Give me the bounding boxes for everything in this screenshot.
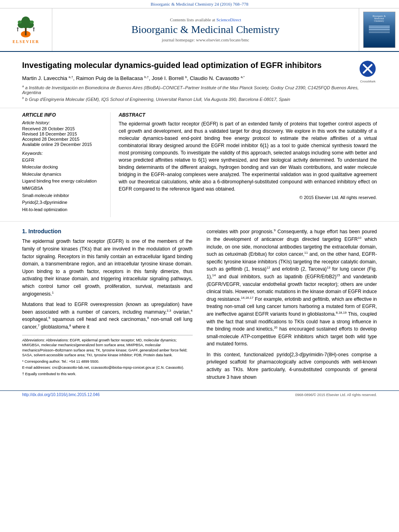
article-info-column: ARTICLE INFO Article history: Received 2…	[22, 112, 111, 218]
author-4: Claudio N. Cavasotto a,*	[190, 75, 245, 81]
keywords-label: Keywords:	[22, 151, 104, 156]
keyword-8: Hit-to-lead optimization	[22, 206, 104, 214]
accepted-date: Accepted 28 December 2015	[22, 137, 104, 142]
journal-header: ELSEVIER Contents lists available at Sci…	[0, 8, 399, 52]
svg-rect-11	[33, 29, 34, 31]
abstract-column: ABSTRACT The epidermal growth factor rec…	[119, 112, 377, 218]
keyword-4: Ligand binding free energy calculation	[22, 178, 104, 185]
keyword-7: Pyrido[2,3-d]pyrimidine	[22, 199, 104, 206]
journal-ref-bar: Bioorganic & Medicinal Chemistry 24 (201…	[0, 0, 399, 8]
intro-para-right-1: correlates with poor prognosis.9 Consequ…	[207, 228, 377, 348]
author-2: Raimon Puig de la Bellacasa b,†,	[76, 75, 152, 81]
footnotes: Abbreviations: Abbreviations: EGFR, epid…	[22, 335, 193, 377]
journal-cover-image: Bioorganic &MedicinalChemistry	[363, 12, 395, 48]
revised-date: Revised 18 December 2015	[22, 131, 104, 136]
svg-point-8	[17, 27, 19, 29]
introduction-left-column: 1. Introduction The epidermal growth fac…	[22, 228, 199, 384]
affiliation-b: b b Grup d'Enginyeria Molecular (GEM), I…	[22, 96, 377, 102]
svg-point-5	[22, 16, 30, 24]
article-info-abstract-section: ARTICLE INFO Article history: Received 2…	[0, 108, 399, 222]
introduction-title: 1. Introduction	[22, 228, 193, 234]
journal-header-logo: ELSEVIER	[0, 8, 52, 51]
crossmark-badge: CrossMark	[359, 60, 377, 83]
abstract-header: ABSTRACT	[119, 112, 377, 118]
article-info-header: ARTICLE INFO	[22, 112, 104, 118]
abstract-copyright: © 2015 Elsevier Ltd. All rights reserved…	[119, 195, 377, 200]
svg-point-10	[33, 27, 35, 29]
keyword-2: Molecular docking	[22, 164, 104, 171]
authors-line: Martin J. Lavecchia a,†, Raimon Puig de …	[22, 75, 377, 81]
available-date: Available online 29 December 2015	[22, 142, 104, 147]
affiliation-a: a a Instituto de Investigación en Biomed…	[22, 84, 377, 95]
author-1: Martin J. Lavecchia a,†,	[22, 75, 76, 81]
issn-copyright: 0968-0896/© 2015 Elsevier Ltd. All right…	[295, 393, 377, 397]
sciencedirect-link[interactable]: ScienceDirect	[216, 17, 241, 22]
journal-homepage: journal homepage: www.elsevier.com/locat…	[162, 37, 249, 42]
journal-main-title: Bioorganic & Medicinal Chemistry	[132, 24, 280, 36]
intro-para-1: The epidermal growth factor receptor (EG…	[22, 238, 193, 298]
article-history-group: Article history: Received 28 October 201…	[22, 120, 104, 147]
abstract-text: The epidermal growth factor receptor (EG…	[119, 120, 377, 193]
svg-point-6	[18, 21, 22, 24]
bottom-bar: http://dx.doi.org/10.1016/j.bmc.2015.12.…	[0, 390, 399, 398]
keyword-3: Molecular dynamics	[22, 171, 104, 178]
elsevier-logo: ELSEVIER	[12, 16, 39, 44]
doi-link[interactable]: http://dx.doi.org/10.1016/j.bmc.2015.12.…	[22, 392, 100, 397]
article-title-section: CrossMark Investigating molecular dynami…	[0, 52, 399, 108]
keyword-6: Small-molecule inhibitor	[22, 192, 104, 199]
intro-para-right-2: In this context, functionalized pyrido[2…	[207, 351, 377, 381]
journal-header-center: Contents lists available at ScienceDirec…	[52, 8, 359, 51]
received-date: Received 28 October 2015	[22, 126, 104, 131]
keyword-1: EGFR	[22, 157, 104, 164]
journal-header-right: Bioorganic &MedicinalChemistry	[359, 8, 399, 51]
footnote-abbreviations: Abbreviations: Abbreviations: EGFR, epid…	[22, 338, 193, 377]
elsevier-label: ELSEVIER	[12, 39, 39, 44]
keywords-list: EGFR Molecular docking Molecular dynamic…	[22, 157, 104, 214]
svg-point-7	[30, 21, 34, 24]
author-3: José I. Borrell b,	[152, 75, 190, 81]
intro-para-2: Mutations that lead to EGFR overexpressi…	[22, 301, 193, 331]
svg-rect-9	[17, 29, 18, 31]
elsevier-tree-icon	[14, 16, 38, 38]
keywords-group: Keywords: EGFR Molecular docking Molecul…	[22, 151, 104, 214]
introduction-section: 1. Introduction The epidermal growth fac…	[0, 222, 399, 390]
introduction-right-column: correlates with poor prognosis.9 Consequ…	[207, 228, 377, 384]
sciencedirect-line: Contents lists available at ScienceDirec…	[170, 17, 241, 22]
article-main-title: Investigating molecular dynamics-guided …	[22, 60, 377, 70]
history-label: Article history:	[22, 120, 104, 125]
keyword-5: MM/GBSA	[22, 185, 104, 192]
